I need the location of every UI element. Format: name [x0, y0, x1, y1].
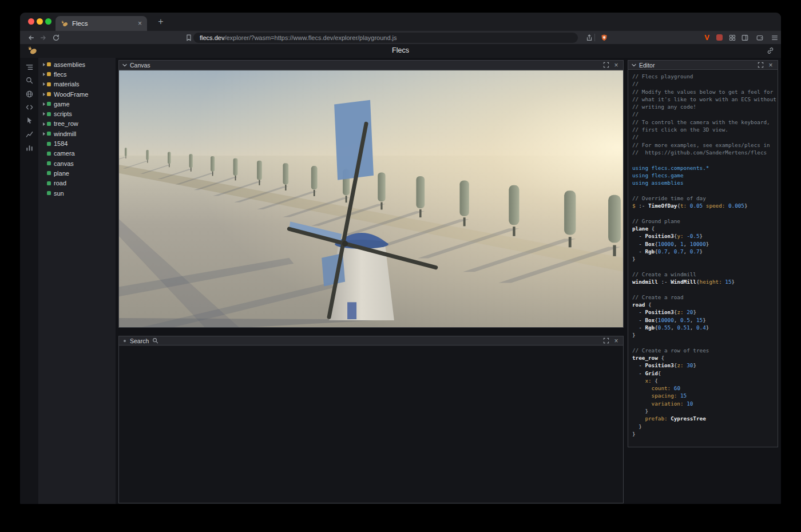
- window-fullscreen-button[interactable]: [45, 18, 51, 25]
- fullscreen-icon[interactable]: [602, 337, 610, 345]
- fullscreen-icon[interactable]: [602, 61, 610, 69]
- extension-badge-icon[interactable]: [715, 33, 724, 42]
- tree-item-label: 1584: [54, 140, 68, 147]
- browser-tab-flecs[interactable]: Flecs ×: [55, 16, 147, 31]
- tab-strip: Flecs × +: [20, 13, 781, 31]
- window-close-button[interactable]: [28, 18, 34, 25]
- expand-arrow-icon: [42, 188, 47, 198]
- entity-icon: [47, 191, 51, 195]
- pointer-icon[interactable]: [20, 114, 38, 127]
- entity-icon: [47, 102, 51, 106]
- tree-item-scripts[interactable]: scripts: [38, 109, 116, 118]
- page-header: Flecs: [20, 44, 781, 58]
- tree-item-label: plane: [54, 170, 69, 177]
- entity-icon: [47, 152, 51, 156]
- canvas-3d-view[interactable]: [119, 70, 623, 327]
- tree-item-flecs[interactable]: flecs: [38, 69, 116, 79]
- entity-tree-list: assembliesflecsmaterialsWoodFramegamescr…: [38, 59, 116, 198]
- tree-item-tree_row[interactable]: tree_row: [38, 119, 116, 129]
- close-panel-icon[interactable]: ×: [612, 337, 620, 345]
- search-results-area[interactable]: [119, 346, 623, 503]
- entity-tree-icon[interactable]: [20, 61, 38, 74]
- tree-item-windmill[interactable]: windmill: [38, 129, 116, 138]
- expand-arrow-icon[interactable]: [42, 109, 47, 119]
- brave-vpn-icon[interactable]: V: [702, 33, 712, 42]
- expand-arrow-icon[interactable]: [42, 80, 47, 89]
- expand-arrow-icon[interactable]: [42, 119, 47, 129]
- tree-item-materials[interactable]: materials: [38, 80, 116, 89]
- tree-item-label: game: [54, 101, 70, 108]
- canvas-3d-scene: [119, 70, 623, 327]
- close-panel-icon[interactable]: ×: [767, 61, 775, 69]
- main-area: Canvas ×: [116, 58, 781, 504]
- toolbar-divider: [594, 34, 595, 41]
- panel-title: Editor: [639, 62, 655, 69]
- tree-item-label: windmill: [54, 130, 76, 137]
- expand-arrow-icon[interactable]: [42, 89, 47, 99]
- stats-icon[interactable]: [20, 141, 38, 154]
- entity-tree-panel: assembliesflecsmaterialsWoodFramegamescr…: [38, 58, 116, 504]
- entity-icon: [47, 82, 51, 86]
- expand-arrow-icon[interactable]: [42, 69, 47, 79]
- menu-icon[interactable]: [770, 33, 779, 42]
- url-bar[interactable]: flecs.dev/explorer/?wasm=https://www.fle…: [193, 33, 578, 43]
- extensions-icon[interactable]: [727, 33, 737, 42]
- url-path: /explorer/?wasm=https://www.flecs.dev/ex…: [224, 34, 396, 41]
- search-icon: [152, 338, 158, 344]
- tree-item-sun[interactable]: sun: [38, 188, 116, 198]
- tree-item-label: scripts: [54, 110, 72, 117]
- windmill-door: [347, 302, 356, 319]
- forward-icon[interactable]: [38, 33, 48, 42]
- expand-arrow-icon[interactable]: [42, 99, 47, 109]
- collapse-chevron-icon[interactable]: [631, 62, 637, 68]
- panel-bullet-icon: [124, 340, 126, 342]
- bookmark-sidebar-icon[interactable]: [184, 33, 193, 42]
- entity-icon: [47, 92, 51, 96]
- fullscreen-icon[interactable]: [756, 61, 764, 69]
- page-title: Flecs: [20, 46, 781, 54]
- sidebar-panel-icon[interactable]: [740, 33, 750, 42]
- tree-item-plane[interactable]: plane: [38, 168, 116, 178]
- tree-item-camera[interactable]: camera: [38, 149, 116, 158]
- panel-title: Search: [130, 338, 149, 344]
- new-tab-button[interactable]: +: [154, 15, 168, 29]
- tree-item-WoodFrame[interactable]: WoodFrame: [38, 89, 116, 99]
- reload-icon[interactable]: [51, 33, 61, 42]
- code-icon[interactable]: [20, 101, 38, 114]
- entity-icon: [47, 181, 51, 185]
- wallet-icon[interactable]: [755, 33, 764, 42]
- expand-arrow-icon: [42, 149, 47, 158]
- left-icon-rail: [20, 58, 38, 504]
- tree-item-label: sun: [54, 190, 64, 197]
- collapse-chevron-icon[interactable]: [122, 62, 128, 68]
- share-icon[interactable]: [584, 33, 594, 42]
- tree-item-game[interactable]: game: [38, 99, 116, 109]
- window-minimize-button[interactable]: [37, 18, 43, 25]
- tree-item-1584[interactable]: 1584: [38, 138, 116, 148]
- expand-arrow-icon: [42, 139, 47, 149]
- permalink-icon[interactable]: [766, 46, 775, 55]
- editor-code[interactable]: // Flecs playground//// Modify the value…: [628, 70, 778, 447]
- expand-arrow-icon: [42, 178, 47, 188]
- entity-icon: [47, 62, 51, 66]
- tree-item-label: camera: [54, 150, 75, 157]
- editor-panel-titlebar: Editor ×: [628, 61, 778, 70]
- expand-arrow-icon[interactable]: [42, 59, 47, 69]
- search-icon[interactable]: [20, 74, 38, 87]
- expand-arrow-icon[interactable]: [42, 129, 47, 138]
- expand-arrow-icon: [42, 158, 47, 168]
- tree-item-canvas[interactable]: canvas: [38, 158, 116, 168]
- tab-close-icon[interactable]: ×: [138, 19, 142, 27]
- tree-item-assemblies[interactable]: assemblies: [38, 59, 116, 69]
- brave-shield-icon[interactable]: [599, 33, 609, 42]
- editor-panel: Editor × // Flecs playground//// Modify …: [628, 60, 778, 447]
- tree-item-label: canvas: [54, 160, 74, 167]
- close-panel-icon[interactable]: ×: [612, 61, 620, 69]
- browser-window: Flecs × + flecs.dev/explorer/?wasm=https…: [20, 13, 781, 504]
- back-icon[interactable]: [26, 33, 35, 42]
- tree-item-label: road: [54, 180, 66, 186]
- tree-item-road[interactable]: road: [38, 178, 116, 188]
- chart-icon[interactable]: [20, 127, 38, 140]
- browser-toolbar: flecs.dev/explorer/?wasm=https://www.fle…: [20, 31, 781, 44]
- world-icon[interactable]: [20, 88, 38, 101]
